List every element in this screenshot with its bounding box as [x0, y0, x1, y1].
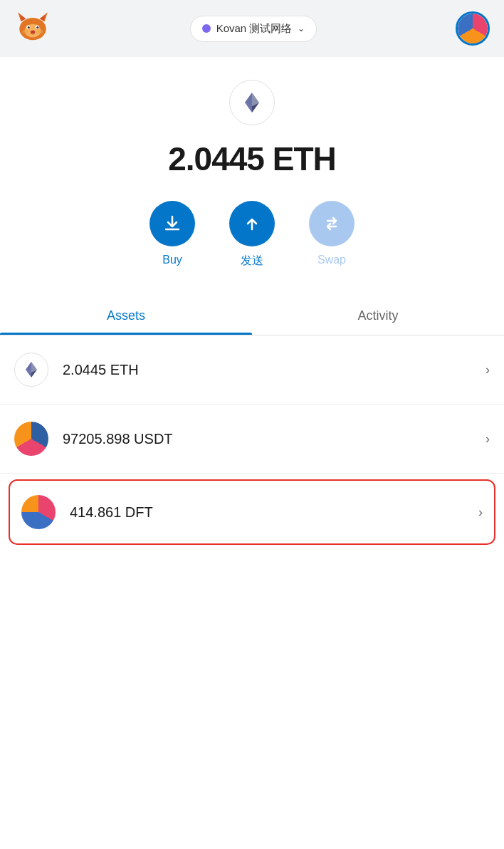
asset-item-usdt[interactable]: 97205.898 USDT › — [0, 405, 504, 474]
tabs: Assets Activity — [0, 297, 504, 335]
asset-item-dft[interactable]: 414.861 DFT › — [9, 479, 495, 545]
tab-assets[interactable]: Assets — [0, 297, 252, 335]
buy-circle — [149, 201, 195, 246]
buy-label: Buy — [162, 254, 182, 266]
network-name: Kovan 测试网络 — [216, 22, 293, 36]
swap-label: Swap — [317, 254, 346, 266]
balance-section: 2.0445 ETH — [0, 125, 504, 201]
eth-small-icon — [21, 360, 41, 380]
svg-point-10 — [31, 31, 35, 33]
usdt-asset-amount: 97205.898 USDT — [63, 431, 485, 447]
swap-icon — [322, 214, 342, 234]
action-buttons: Buy 发送 Swap — [0, 201, 504, 297]
tab-activity[interactable]: Activity — [252, 297, 504, 335]
swap-circle — [309, 201, 355, 246]
send-label: 发送 — [241, 254, 263, 269]
svg-marker-20 — [26, 362, 31, 373]
balance-amount: 2.0445 ETH — [168, 140, 335, 177]
metamask-logo — [14, 9, 51, 48]
svg-point-9 — [36, 26, 38, 28]
dft-token-icon — [21, 495, 56, 529]
svg-point-11 — [22, 30, 28, 33]
svg-marker-16 — [245, 93, 252, 106]
avatar[interactable] — [456, 11, 490, 46]
asset-item-eth[interactable]: 2.0445 ETH › — [0, 335, 504, 405]
send-circle — [229, 201, 275, 246]
main-content: 2.0445 ETH Buy 发送 — [0, 57, 504, 849]
network-dot — [202, 24, 211, 33]
header: Kovan 测试网络 ⌄ — [0, 0, 504, 57]
eth-asset-amount: 2.0445 ETH — [63, 362, 485, 378]
chevron-down-icon: ⌄ — [298, 24, 305, 33]
eth-logo-circle — [229, 80, 275, 125]
usdt-token-icon — [14, 422, 48, 456]
eth-icon-section — [0, 57, 504, 125]
send-button[interactable]: 发送 — [229, 201, 275, 269]
eth-diamond-icon — [239, 90, 265, 115]
svg-point-8 — [28, 26, 30, 28]
swap-button[interactable]: Swap — [309, 201, 355, 269]
usdt-asset-chevron: › — [485, 432, 490, 447]
dft-asset-amount: 414.861 DFT — [70, 504, 478, 521]
eth-asset-chevron: › — [485, 363, 490, 377]
dft-asset-chevron: › — [478, 505, 483, 520]
download-icon — [162, 214, 182, 234]
avatar-inner — [458, 14, 488, 43]
eth-token-icon — [14, 353, 48, 387]
asset-list: 2.0445 ETH › 97205.898 USDT › 414.861 DF… — [0, 335, 504, 545]
buy-button[interactable]: Buy — [149, 201, 195, 269]
network-selector[interactable]: Kovan 测试网络 ⌄ — [190, 16, 317, 42]
svg-point-12 — [37, 30, 43, 33]
send-icon — [242, 214, 262, 234]
